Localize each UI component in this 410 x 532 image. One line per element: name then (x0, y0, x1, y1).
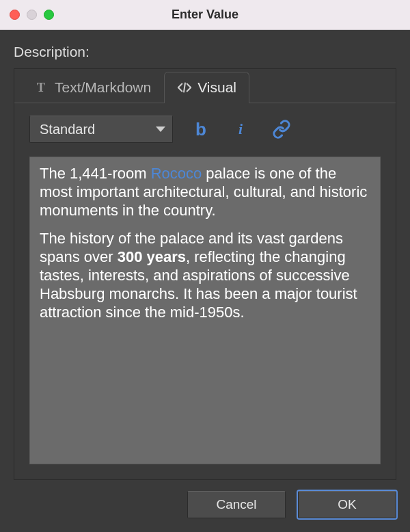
minimize-window-button[interactable] (27, 10, 37, 20)
bold-button[interactable]: b (192, 118, 213, 141)
dialog-body: Description: T Text/Markdown Visual St (0, 30, 410, 532)
cancel-button-label: Cancel (216, 497, 256, 512)
svg-line-1 (184, 83, 185, 92)
editor-paragraph: The 1,441-room Rococo palace is one of t… (40, 164, 370, 220)
tab-text-markdown[interactable]: T Text/Markdown (21, 72, 164, 103)
dialog-buttons: Cancel OK (14, 480, 396, 518)
window-title: Enter Value (0, 8, 410, 22)
editor-paragraph: The history of the palace and its vast g… (40, 229, 370, 321)
style-select[interactable]: Standard (29, 116, 173, 143)
close-window-button[interactable] (10, 10, 20, 20)
italic-button[interactable]: i (232, 118, 252, 141)
zoom-window-button[interactable] (44, 10, 54, 20)
svg-text:T: T (37, 81, 45, 94)
window-controls (10, 10, 54, 20)
style-select-value: Standard (40, 122, 95, 137)
tab-row: T Text/Markdown Visual (14, 69, 396, 103)
chevron-down-icon (156, 127, 165, 132)
link-button[interactable] (271, 118, 292, 141)
editor-bold: 300 years (118, 248, 186, 265)
rich-text-editor[interactable]: The 1,441-room Rococo palace is one of t… (29, 157, 381, 464)
ok-button[interactable]: OK (298, 491, 396, 518)
tab-label: Visual (197, 79, 236, 96)
svg-text:i: i (238, 122, 243, 138)
text-icon: T (34, 80, 49, 95)
tab-label: Text/Markdown (55, 79, 151, 96)
description-tabs-panel: T Text/Markdown Visual Standard b (14, 68, 396, 480)
ok-button-label: OK (338, 497, 356, 512)
editor-text: The 1,441-room (40, 165, 151, 182)
editor-toolbar: Standard b i (14, 103, 396, 151)
cancel-button[interactable]: Cancel (187, 491, 286, 518)
code-icon (177, 80, 192, 95)
svg-text:b: b (195, 120, 206, 139)
editor-link[interactable]: Rococo (151, 165, 202, 182)
tab-visual[interactable]: Visual (164, 72, 249, 103)
titlebar: Enter Value (0, 0, 410, 30)
description-label: Description: (14, 44, 396, 60)
